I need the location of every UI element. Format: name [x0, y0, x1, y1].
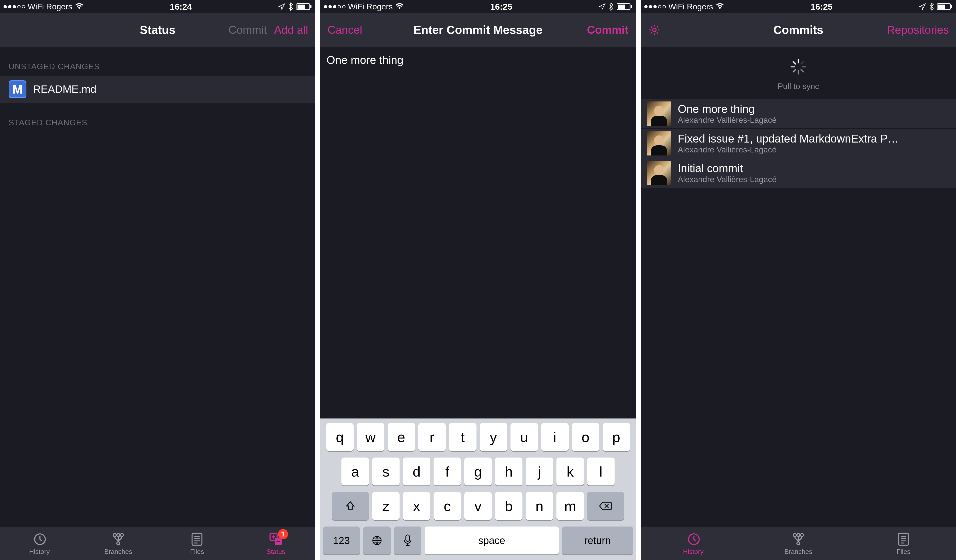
key-q[interactable]: q	[326, 423, 354, 451]
key-y[interactable]: y	[480, 423, 507, 451]
commit-item[interactable]: One more thingAlexandre Vallières-Lagacé	[641, 99, 956, 129]
tab-files[interactable]: Files	[851, 527, 956, 560]
key-f[interactable]: f	[434, 458, 461, 485]
wifi-icon	[395, 2, 404, 11]
status-badge: 1	[278, 529, 288, 539]
commit-message-input[interactable]: One more thing	[320, 47, 636, 419]
unstaged-header: UNSTAGED CHANGES	[0, 47, 315, 76]
signal-dots-icon	[3, 5, 25, 8]
svg-point-6	[120, 533, 123, 536]
key-e[interactable]: e	[388, 423, 415, 451]
tab-history[interactable]: History	[641, 527, 746, 560]
key-g[interactable]: g	[464, 458, 492, 485]
svg-point-32	[797, 542, 800, 545]
key-c[interactable]: c	[434, 492, 461, 520]
key-m[interactable]: m	[557, 492, 584, 520]
file-name: README.md	[33, 83, 96, 96]
tab-branches[interactable]: Branches	[746, 527, 851, 560]
spinner-icon	[789, 58, 807, 75]
svg-rect-17	[938, 5, 945, 9]
avatar	[647, 102, 671, 126]
add-all-button[interactable]: Add all	[274, 24, 308, 36]
key-n[interactable]: n	[526, 492, 553, 520]
key-j[interactable]: j	[526, 458, 553, 485]
globe-key[interactable]	[363, 527, 391, 554]
pull-to-sync[interactable]: Pull to sync	[641, 47, 956, 99]
tab-history[interactable]: History	[0, 527, 79, 560]
file-row[interactable]: M README.md	[0, 76, 315, 103]
branches-icon	[111, 532, 126, 547]
screen-commits: WiFi Rogers 16:25 Commits Repositories	[641, 0, 956, 560]
cancel-button[interactable]: Cancel	[327, 24, 362, 36]
key-b[interactable]: b	[495, 492, 522, 520]
svg-point-7	[117, 542, 120, 545]
key-t[interactable]: t	[449, 423, 476, 451]
carrier-label: WiFi Rogers	[28, 2, 72, 11]
svg-point-31	[800, 533, 803, 536]
commit-button[interactable]: Commit	[587, 24, 629, 36]
commit-item[interactable]: Fixed issue #1, updated MarkdownExtra P……	[641, 129, 956, 158]
svg-point-30	[797, 533, 800, 536]
commit-title: Fixed issue #1, updated MarkdownExtra P…	[678, 132, 899, 145]
key-x[interactable]: x	[403, 492, 430, 520]
nav-bar: Commits Repositories	[641, 13, 956, 47]
key-i[interactable]: i	[541, 423, 569, 451]
shift-key[interactable]	[332, 492, 369, 520]
status-bar: WiFi Rogers 16:24	[0, 0, 315, 13]
commit-item[interactable]: Initial commitAlexandre Vallières-Lagacé	[641, 158, 956, 188]
numbers-key[interactable]: 123	[323, 527, 360, 554]
battery-icon	[617, 3, 632, 10]
key-d[interactable]: d	[403, 458, 430, 485]
battery-icon	[937, 3, 953, 10]
key-p[interactable]: p	[603, 423, 630, 451]
key-v[interactable]: v	[464, 492, 492, 520]
space-key[interactable]: space	[425, 527, 559, 554]
signal-dots-icon	[324, 5, 346, 8]
key-l[interactable]: l	[587, 458, 615, 485]
tab-branches[interactable]: Branches	[79, 527, 158, 560]
branches-icon	[791, 532, 806, 547]
avatar	[647, 131, 671, 155]
key-k[interactable]: k	[557, 458, 584, 485]
key-a[interactable]: a	[341, 458, 369, 485]
carrier-label: WiFi Rogers	[668, 2, 713, 11]
svg-point-19	[653, 28, 656, 31]
svg-line-24	[793, 62, 796, 64]
tab-status[interactable]: 1 Status	[237, 527, 316, 560]
key-w[interactable]: w	[357, 423, 384, 451]
commit-title: One more thing	[678, 103, 777, 115]
bluetooth-icon	[609, 3, 614, 11]
svg-point-29	[793, 533, 796, 536]
status-bar: WiFi Rogers 16:25	[641, 0, 956, 13]
key-r[interactable]: r	[418, 423, 446, 451]
markdown-file-icon: M	[9, 80, 27, 98]
key-z[interactable]: z	[372, 492, 399, 520]
tab-files[interactable]: Files	[158, 527, 237, 560]
key-s[interactable]: s	[372, 458, 399, 485]
settings-button[interactable]	[648, 24, 661, 36]
location-icon	[278, 3, 285, 10]
svg-line-27	[793, 69, 796, 72]
staged-header: STAGED CHANGES	[0, 103, 315, 132]
tab-label: History	[29, 548, 50, 556]
key-h[interactable]: h	[495, 458, 522, 485]
tab-bar: History Branches Files 1 Status	[0, 527, 315, 560]
wifi-icon	[715, 2, 724, 11]
battery-icon	[297, 3, 312, 10]
tab-label: Branches	[785, 548, 812, 556]
nav-bar: Cancel Enter Commit Message Commit	[320, 13, 636, 47]
return-key[interactable]: return	[562, 527, 633, 554]
backspace-key[interactable]	[587, 492, 624, 520]
commit-button[interactable]: Commit	[228, 24, 267, 36]
tab-label: Files	[896, 548, 910, 556]
history-icon	[686, 532, 701, 547]
keyboard: qwertyuiop asdfghjkl zxcvbnm 123 space r…	[320, 419, 636, 560]
key-o[interactable]: o	[572, 423, 599, 451]
commit-message-text: One more thing	[320, 47, 636, 74]
key-u[interactable]: u	[511, 423, 538, 451]
svg-rect-15	[406, 535, 410, 541]
status-bar: WiFi Rogers 16:25	[320, 0, 636, 13]
repositories-button[interactable]: Repositories	[887, 24, 949, 36]
bluetooth-icon	[929, 3, 934, 11]
mic-key[interactable]	[394, 527, 421, 554]
